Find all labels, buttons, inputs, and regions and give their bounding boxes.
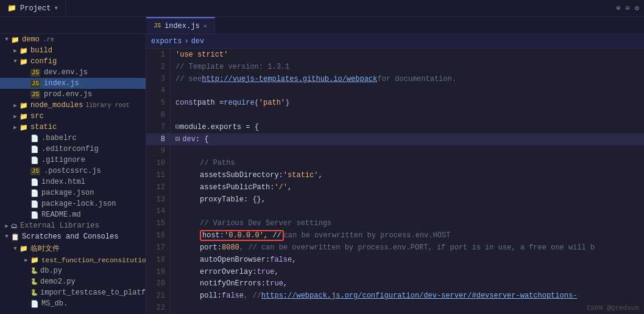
code-text: , // — [244, 291, 261, 300]
code-text: proxyTable: {}, — [200, 195, 266, 204]
ln-8: 8 — [146, 133, 170, 145]
sidebar-item-import-testcase[interactable]: 🐍 import_testcase_to_platform. — [0, 287, 146, 298]
code-text: notifyOnErrors: — [200, 279, 266, 288]
code-text: path = — [197, 99, 224, 107]
sidebar-item-db-py[interactable]: 🐍 db.py — [0, 265, 146, 276]
code-text: const — [175, 99, 197, 107]
js-file-icon: JS — [30, 69, 40, 77]
breadcrumb-separator: › — [184, 37, 188, 46]
sidebar-item-gitignore[interactable]: 📄 .gitignore — [0, 155, 146, 166]
sidebar-item-node-modules[interactable]: ▶ 📁 node_modules library root — [0, 100, 146, 111]
ln-7: 7 — [146, 121, 170, 133]
sidebar-item-src[interactable]: ▶ 📁 src — [0, 111, 146, 122]
demo2-py-label: demo2.py — [40, 277, 76, 286]
settings-icon[interactable]: ⊕ — [616, 4, 620, 13]
file-tab-index-js[interactable]: JS index.js ✕ — [146, 17, 215, 33]
sidebar-item-test-func[interactable]: ▶ 📁 test_function_reconsitution — [0, 255, 146, 265]
code-content: 1 2 3 4 5 6 7 8 9 10 11 12 13 14 15 16 1 — [146, 49, 644, 314]
code-editor: exports › dev 1 2 3 4 5 6 7 8 9 10 11 — [146, 34, 644, 314]
sidebar-item-demo2-py[interactable]: 🐍 demo2.py — [0, 276, 146, 287]
code-text: , — [288, 183, 292, 192]
code-link[interactable]: http://vuejs-templates.github.io/webpack — [202, 75, 377, 83]
sidebar-item-editorconfig[interactable]: 📄 .editorconfig — [0, 144, 146, 155]
code-line-10: // Paths — [171, 157, 644, 169]
code-link[interactable]: https://webpack.js.org/configuration/dev… — [261, 291, 577, 300]
sidebar-item-config[interactable]: ▼ 📁 config — [0, 56, 146, 67]
code-text: ) — [285, 99, 289, 107]
folder-icon: 📁 — [19, 245, 28, 253]
code-text: '0.0.0.0' — [224, 231, 264, 240]
gear-icon[interactable]: ⚙ — [635, 4, 639, 13]
sidebar-item-index-html[interactable]: 📄 index.html — [0, 176, 146, 187]
arrow-icon: ▼ — [2, 37, 11, 43]
folder-icon: 📁 — [19, 47, 28, 55]
db-py-label: db.py — [40, 267, 62, 275]
folder-icon: 📁 — [19, 58, 28, 66]
js-file-icon: JS — [30, 167, 40, 175]
test-func-label: test_function_reconsitution — [41, 257, 146, 264]
code-text: , — [274, 268, 278, 276]
code-text: dev — [182, 135, 196, 144]
demo-label: demo — [22, 35, 40, 44]
ln-10: 10 — [146, 157, 170, 169]
library-badge: library root — [85, 102, 129, 109]
sidebar-item-demo[interactable]: ▼ 📁 demo .re — [0, 34, 146, 45]
ln-14: 14 — [146, 206, 170, 218]
static-label: static — [30, 123, 57, 131]
external-libs-label: External Libraries — [20, 222, 99, 230]
arrow-icon: ▶ — [11, 113, 19, 120]
sidebar-item-package-lock-json[interactable]: 📄 package-lock.json — [0, 198, 146, 209]
code-text: assetsSubDirectory: — [200, 171, 283, 180]
ln-4: 4 — [146, 85, 170, 97]
sidebar-item-package-json[interactable]: 📄 package.json — [0, 187, 146, 198]
index-html-label: index.html — [41, 178, 85, 186]
breadcrumb-exports: exports — [151, 37, 182, 46]
sidebar-item-postcssrc[interactable]: JS .postcssrc.js — [0, 166, 146, 176]
code-text: host: — [202, 231, 224, 240]
ln-15: 15 — [146, 217, 170, 229]
arrow-icon: ▶ — [11, 124, 19, 131]
sidebar-item-external-libs[interactable]: ▶ 🗂 External Libraries — [0, 220, 146, 231]
arrow-icon: ▶ — [22, 257, 30, 263]
sidebar-item-tmp[interactable]: ▼ 📁 临时文件 — [0, 242, 146, 255]
file-tabs: JS index.js ✕ — [0, 17, 644, 34]
sidebar-item-build[interactable]: ▶ 📁 build — [0, 45, 146, 56]
sidebar-item-dev-env-js[interactable]: JS dev.env.js — [0, 67, 146, 78]
ln-20: 20 — [146, 277, 170, 290]
code-text: module.exports = { — [180, 123, 259, 131]
code-line-13: proxyTable: {}, — [171, 194, 644, 206]
code-line-6 — [171, 109, 644, 121]
code-line-4 — [171, 85, 644, 97]
node-modules-label: node_modules — [30, 101, 83, 110]
sidebar-item-ms-db[interactable]: 📄 MS_db. — [0, 298, 146, 309]
sidebar-item-scratches[interactable]: ▼ 📋 Scratches and Consoles — [0, 231, 146, 242]
sidebar-item-index-js[interactable]: JS index.js — [0, 78, 146, 89]
project-tab[interactable]: 📁 Project ▼ — [0, 0, 66, 16]
sidebar-item-babelrc[interactable]: 📄 .babelrc — [0, 133, 146, 144]
tab-close-icon[interactable]: ✕ — [203, 23, 207, 30]
code-text: ( — [255, 99, 259, 107]
code-text: false — [270, 256, 292, 264]
ln-6: 6 — [146, 109, 170, 121]
code-line-12: assetsPublicPath: '/' , — [171, 181, 644, 194]
sidebar-item-static[interactable]: ▶ 📁 static — [0, 122, 146, 133]
code-line-9 — [171, 145, 644, 158]
code-line-17: port: 8080 , // can be overwritten by pr… — [171, 242, 644, 254]
file-icon: 📄 — [30, 200, 39, 208]
arrow-icon: ▶ — [11, 47, 19, 54]
ln-13: 13 — [146, 194, 170, 206]
arrow-icon: ▶ — [2, 223, 11, 229]
sync-icon[interactable]: ⊖ — [626, 4, 630, 13]
code-text: port: — [200, 243, 222, 252]
sidebar-item-readme[interactable]: 📄 README.md — [0, 209, 146, 220]
ln-3: 3 — [146, 73, 170, 85]
sidebar-item-prod-env-js[interactable]: JS prod.env.js — [0, 89, 146, 100]
highlight-box: host: '0.0.0.0' , // — [200, 230, 284, 241]
ln-11: 11 — [146, 169, 170, 181]
code-text: , // can be overwritten by process.env.P… — [239, 243, 595, 252]
py-icon: 🐍 — [30, 267, 38, 274]
code-text: , — [318, 171, 322, 180]
code-line-22 — [171, 302, 644, 314]
top-bar: 📁 Project ▼ ⊕ ⊖ ⚙ — [0, 0, 644, 17]
code-text: ⊟ — [175, 134, 180, 144]
